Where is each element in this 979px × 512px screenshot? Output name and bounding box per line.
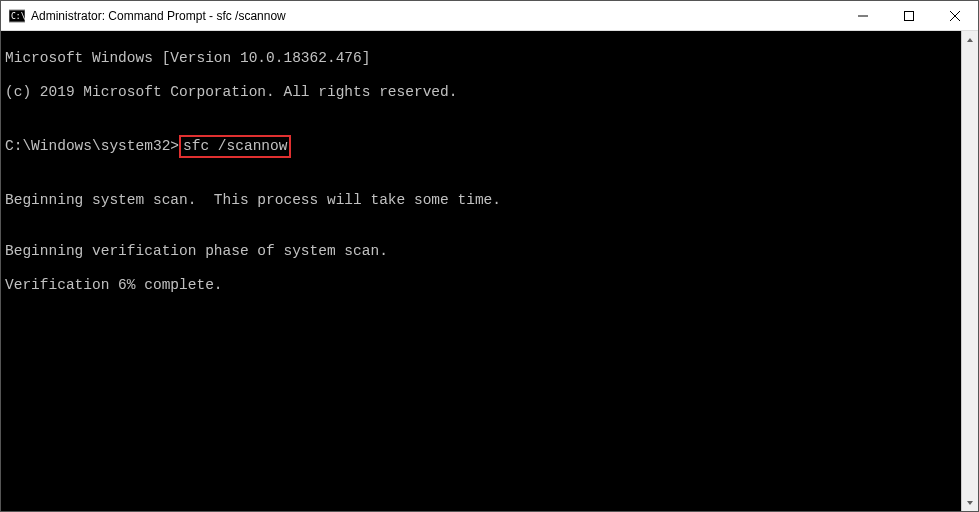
prompt-line: C:\Windows\system32>sfc /scannow — [5, 135, 957, 158]
prompt-path: C:\Windows\system32> — [5, 138, 179, 154]
command-highlight: sfc /scannow — [179, 135, 291, 158]
svg-marker-6 — [967, 38, 973, 42]
output-line: Beginning system scan. This process will… — [5, 192, 957, 209]
command-text: sfc /scannow — [183, 138, 287, 154]
minimize-button[interactable] — [840, 1, 886, 30]
window-controls — [840, 1, 978, 30]
svg-marker-7 — [967, 501, 973, 505]
close-button[interactable] — [932, 1, 978, 30]
titlebar[interactable]: C:\ Administrator: Command Prompt - sfc … — [1, 1, 978, 31]
scroll-track[interactable] — [962, 48, 978, 494]
svg-rect-3 — [905, 11, 914, 20]
content-area: Microsoft Windows [Version 10.0.18362.47… — [1, 31, 978, 511]
terminal-output[interactable]: Microsoft Windows [Version 10.0.18362.47… — [1, 31, 961, 511]
output-line: (c) 2019 Microsoft Corporation. All righ… — [5, 84, 957, 101]
scroll-down-button[interactable] — [962, 494, 978, 511]
maximize-button[interactable] — [886, 1, 932, 30]
vertical-scrollbar[interactable] — [961, 31, 978, 511]
output-line: Beginning verification phase of system s… — [5, 243, 957, 260]
output-line: Microsoft Windows [Version 10.0.18362.47… — [5, 50, 957, 67]
scroll-up-button[interactable] — [962, 31, 978, 48]
command-prompt-window: C:\ Administrator: Command Prompt - sfc … — [0, 0, 979, 512]
window-title: Administrator: Command Prompt - sfc /sca… — [31, 9, 840, 23]
output-line: Verification 6% complete. — [5, 277, 957, 294]
cmd-icon: C:\ — [9, 8, 25, 24]
svg-text:C:\: C:\ — [11, 12, 25, 21]
